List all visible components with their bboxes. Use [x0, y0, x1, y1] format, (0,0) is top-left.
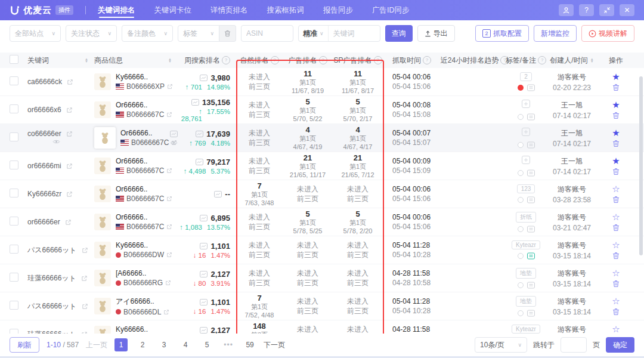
favorite-star-icon[interactable]: ★	[612, 100, 620, 109]
delete-icon[interactable]	[612, 308, 620, 316]
note-color-dot[interactable]	[518, 114, 524, 120]
match-mode-select[interactable]: 精准 ∨	[299, 26, 329, 41]
row-checkbox[interactable]	[10, 273, 18, 282]
tag-select[interactable]: 标签 ∨	[178, 25, 219, 42]
row-checkbox[interactable]	[10, 217, 18, 226]
note-icon[interactable]	[527, 282, 535, 289]
share-icon[interactable]	[65, 219, 72, 226]
add-tag-icon[interactable]	[522, 156, 530, 166]
share-icon[interactable]	[82, 303, 88, 310]
delete-icon[interactable]	[612, 84, 620, 91]
eye-icon[interactable]	[170, 140, 178, 146]
favorite-star-icon[interactable]: ★	[612, 156, 620, 165]
product-title[interactable]: Ky66666..	[116, 241, 172, 249]
note-color-dot[interactable]	[518, 142, 524, 148]
nav-item[interactable]: 关键词排名	[98, 0, 135, 20]
user-icon[interactable]	[559, 4, 574, 16]
asin-text[interactable]: B0666667C	[131, 138, 169, 147]
table-row[interactable]: パス66666ット アイ66666.. B066666DL	[0, 292, 644, 320]
favorite-star-icon[interactable]: ☆	[612, 212, 620, 221]
share-icon[interactable]	[66, 131, 73, 137]
product-image[interactable]	[94, 127, 116, 149]
product-image[interactable]	[94, 298, 111, 314]
tag-badge[interactable]: 折纸	[516, 212, 536, 223]
tag-badge[interactable]: 地垫	[516, 268, 536, 279]
add-monitor-button[interactable]: 新增监控	[534, 25, 577, 42]
row-checkbox[interactable]	[10, 132, 18, 141]
asin-text[interactable]: B0666667C	[126, 223, 164, 231]
note-color-dot[interactable]	[518, 282, 524, 288]
delete-icon[interactable]	[612, 252, 620, 260]
column-header[interactable]: 创建人/时间 ▲▼	[546, 55, 597, 66]
note-icon[interactable]	[527, 84, 535, 91]
share-icon[interactable]	[66, 191, 73, 197]
page-number[interactable]: 1	[114, 338, 128, 351]
export-button[interactable]: 导出	[417, 25, 455, 42]
add-tag-icon[interactable]	[522, 128, 530, 138]
help-circle-icon[interactable]: ?	[319, 56, 327, 64]
logo[interactable]: 优麦云 插件	[10, 5, 73, 16]
page-number[interactable]: 5	[200, 338, 213, 351]
note-color-dot[interactable]	[518, 197, 524, 203]
eye-icon[interactable]	[52, 139, 60, 144]
page-number[interactable]: 2	[136, 338, 149, 351]
trend-chart-icon[interactable]	[200, 215, 208, 221]
keyword-text[interactable]: or66666x6	[27, 106, 61, 114]
table-row[interactable]: or66666mi Or66666.. B0666667C	[0, 152, 644, 180]
search-button[interactable]: 查询	[385, 25, 413, 42]
tag-badge[interactable]: 2	[520, 72, 532, 81]
asin-link-icon[interactable]	[166, 168, 172, 174]
asin-link-icon[interactable]	[165, 280, 171, 286]
keyword-text[interactable]: ca66666ck	[27, 78, 62, 86]
tag-badge[interactable]: 地垫	[516, 296, 536, 307]
tag-badge[interactable]: 123	[517, 184, 535, 193]
asin-link-icon[interactable]	[163, 309, 169, 315]
next-page-button[interactable]: 下一页	[264, 340, 285, 350]
product-title[interactable]: Ky66666..	[116, 325, 172, 334]
product-title[interactable]: Ky66666..	[116, 73, 173, 81]
share-icon[interactable]	[67, 79, 73, 85]
favorite-star-icon[interactable]: ★	[612, 128, 620, 137]
asin-link-icon[interactable]	[166, 224, 172, 230]
product-image[interactable]	[94, 242, 111, 258]
product-title[interactable]: Or66666..	[120, 129, 164, 137]
column-header[interactable]: SP广告排名 ?	[332, 55, 384, 66]
table-row[interactable]: co66666er Or66666.. B0666667C	[0, 124, 644, 152]
table-row[interactable]: or66666x6 Or66666.. B0666667C	[0, 96, 644, 124]
table-row[interactable]: or66666er Or66666.. B0666667C	[0, 208, 644, 236]
clear-tag-button[interactable]	[219, 25, 236, 42]
product-title[interactable]: アイ66666..	[116, 297, 169, 307]
page-size-select[interactable]: 10条/页 ∨	[475, 337, 527, 353]
keyword-text[interactable]: co66666er	[27, 129, 61, 138]
favorite-star-icon[interactable]: ☆	[612, 297, 620, 305]
trend-chart-icon[interactable]	[200, 327, 208, 334]
delete-icon[interactable]	[612, 224, 620, 232]
favorite-star-icon[interactable]: ★	[612, 72, 620, 81]
collapse-icon[interactable]	[599, 4, 614, 16]
nav-item[interactable]: 关键词卡位	[154, 0, 192, 20]
note-icon[interactable]	[527, 169, 535, 177]
trend-chart-icon[interactable]	[200, 299, 208, 305]
column-header[interactable]: 抓取时间 ?	[384, 55, 444, 66]
note-color-dot[interactable]	[518, 310, 524, 316]
column-header[interactable]: 关键词 ▲▼	[27, 55, 94, 66]
keyword-text[interactable]: パス66666ット	[27, 245, 77, 255]
column-header[interactable]: 商品信息 ▲▼	[94, 55, 178, 66]
confirm-button[interactable]: 确定	[606, 337, 634, 353]
keyword-text[interactable]: or66666er	[27, 218, 60, 226]
page-number[interactable]: 3	[157, 338, 171, 351]
note-icon[interactable]	[527, 310, 535, 317]
product-title[interactable]: Or66666..	[116, 185, 172, 193]
delete-icon[interactable]	[612, 140, 620, 147]
note-icon[interactable]	[527, 226, 535, 233]
row-checkbox[interactable]	[10, 104, 18, 113]
note-color-select[interactable]: 备注颜色 ∨	[122, 25, 173, 42]
column-header[interactable]: 近24小时排名趋势 ?	[444, 55, 506, 66]
note-color-dot[interactable]	[518, 253, 524, 259]
close-icon[interactable]: ✕	[620, 4, 634, 16]
product-image[interactable]	[94, 270, 111, 286]
help-circle-icon[interactable]: ?	[222, 56, 230, 64]
page-number[interactable]: •••	[222, 338, 235, 351]
asin-text[interactable]: B066666XP	[126, 82, 165, 91]
product-title[interactable]: Or66666..	[116, 157, 172, 165]
